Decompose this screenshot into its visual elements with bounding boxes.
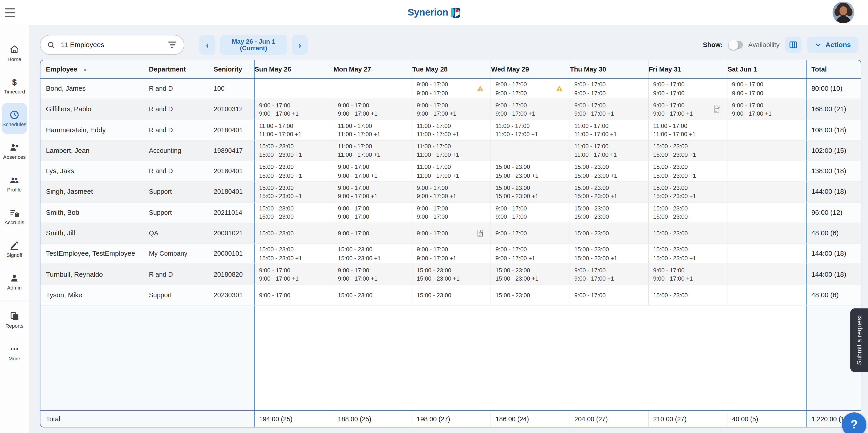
schedule-day-cell[interactable]: 9:00 - 17:009:00 - 17:00 +1	[569, 265, 648, 284]
schedule-day-cell[interactable]: 15:00 - 23:00	[491, 285, 569, 305]
schedule-day-cell[interactable]: 9:00 - 17:009:00 - 17:00	[333, 203, 412, 222]
schedule-day-cell[interactable]: 15:00 - 23:0015:00 - 23:00	[254, 203, 333, 222]
sidebar-item-home[interactable]: Home	[2, 38, 27, 69]
schedule-day-cell[interactable]: 11:00 - 17:0011:00 - 17:00 +1	[412, 120, 491, 140]
schedule-day-cell[interactable]: 9:00 - 17:009:00 - 17:00 +1	[254, 265, 333, 284]
note-icon[interactable]	[713, 105, 720, 113]
schedule-day-cell[interactable]: 15:00 - 23:0015:00 - 23:00	[569, 203, 648, 222]
schedule-day-cell[interactable]: 15:00 - 23:00	[648, 285, 727, 305]
schedule-day-cell[interactable]: 11:00 - 17:0011:00 - 17:00 +1	[333, 141, 412, 161]
sidebar-item-absences[interactable]: Absences	[2, 136, 27, 167]
schedule-day-cell[interactable]	[491, 141, 569, 161]
schedule-day-cell[interactable]: 9:00 - 17:009:00 - 17:00 +1	[412, 182, 491, 202]
column-header-employee[interactable]: Employee▲	[40, 60, 147, 78]
schedule-day-cell[interactable]: 9:00 - 17:009:00 - 17:00 +1	[333, 161, 412, 181]
sidebar-item-accruals[interactable]: Accruals	[2, 201, 27, 232]
schedule-day-cell[interactable]: 9:00 - 17:009:00 - 17:00 +1	[491, 244, 569, 264]
schedule-day-cell[interactable]: 9:00 - 17:009:00 - 17:00 +1	[412, 99, 491, 119]
schedule-day-cell[interactable]: 15:00 - 23:0015:00 - 23:00 +1	[648, 141, 727, 161]
sidebar-item-profile[interactable]: Profile	[2, 168, 27, 199]
schedule-day-cell[interactable]: 11:00 - 17:0011:00 - 17:00 +1	[648, 120, 727, 140]
schedule-day-cell[interactable]: 9:00 - 17:009:00 - 17:00 +1	[491, 99, 569, 119]
submit-request-tab[interactable]: Submit a request	[850, 308, 868, 372]
sidebar-item-schedules[interactable]: Schedules	[2, 103, 27, 134]
schedule-day-cell[interactable]: 9:00 - 17:00	[412, 223, 491, 243]
hamburger-menu-icon[interactable]	[5, 8, 16, 17]
column-header-department[interactable]: Department	[147, 60, 212, 78]
schedule-day-cell[interactable]	[727, 285, 806, 305]
schedule-day-cell[interactable]	[727, 182, 806, 202]
schedule-day-cell[interactable]: 11:00 - 17:0011:00 - 17:00 +1	[491, 120, 569, 140]
column-header-seniority[interactable]: Seniority	[212, 60, 254, 78]
schedule-day-cell[interactable]: 15:00 - 23:0015:00 - 23:00 +1	[569, 244, 648, 264]
date-range-button[interactable]: May 26 - Jun 1 (Current)	[220, 35, 287, 55]
schedule-day-cell[interactable]: 15:00 - 23:0015:00 - 23:00 +1	[648, 182, 727, 202]
sidebar-item-reports[interactable]: Reports	[2, 305, 27, 336]
schedule-day-cell[interactable]: 11:00 - 17:0011:00 - 17:00 +1	[254, 120, 333, 140]
schedule-day-cell[interactable]: 11:00 - 17:0011:00 - 17:00 +1	[569, 120, 648, 140]
schedule-day-cell[interactable]: 9:00 - 17:009:00 - 17:00	[491, 203, 569, 222]
schedule-day-cell[interactable]: 11:00 - 17:0011:00 - 17:00 +1	[412, 161, 491, 181]
schedule-day-cell[interactable]: 15:00 - 23:0015:00 - 23:00 +1	[569, 161, 648, 181]
availability-toggle[interactable]	[728, 41, 743, 49]
schedule-day-cell[interactable]: 9:00 - 17:009:00 - 17:00 +1	[648, 265, 727, 284]
sidebar-item-signoff[interactable]: Signoff	[2, 234, 27, 265]
note-icon[interactable]	[476, 229, 484, 237]
schedule-day-cell[interactable]: 9:00 - 17:00	[491, 223, 569, 243]
schedule-day-cell[interactable]: 15:00 - 23:0015:00 - 23:00 +1	[254, 161, 333, 181]
schedule-day-cell[interactable]: 9:00 - 17:009:00 - 17:00	[727, 79, 806, 99]
schedule-day-cell[interactable]: 15:00 - 23:0015:00 - 23:00 +1	[412, 265, 491, 284]
warning-icon[interactable]	[476, 85, 484, 92]
schedule-day-cell[interactable]	[727, 120, 806, 140]
schedule-day-cell[interactable]: 9:00 - 17:009:00 - 17:00 +1	[333, 99, 412, 119]
next-week-button[interactable]: ›	[292, 35, 308, 55]
schedule-day-cell[interactable]: 15:00 - 23:0015:00 - 23:00 +1	[491, 161, 569, 181]
schedule-day-cell[interactable]	[333, 79, 412, 99]
schedule-day-cell[interactable]	[727, 203, 806, 222]
schedule-day-cell[interactable]: 15:00 - 23:00	[254, 223, 333, 243]
schedule-day-cell[interactable]: 15:00 - 23:0015:00 - 23:00 +1	[254, 141, 333, 161]
column-settings-button[interactable]	[785, 36, 802, 53]
schedule-day-cell[interactable]	[254, 79, 333, 99]
schedule-day-cell[interactable]: 15:00 - 23:00	[569, 223, 648, 243]
schedule-day-cell[interactable]: 9:00 - 17:009:00 - 17:00 +1	[412, 244, 491, 264]
previous-week-button[interactable]: ‹	[199, 35, 215, 55]
user-avatar[interactable]	[833, 2, 854, 23]
schedule-day-cell[interactable]	[727, 223, 806, 243]
schedule-day-cell[interactable]: 9:00 - 17:009:00 - 17:00	[648, 79, 727, 99]
schedule-day-cell[interactable]: 9:00 - 17:009:00 - 17:00 +1	[333, 182, 412, 202]
schedule-day-cell[interactable]: 9:00 - 17:00	[569, 285, 648, 305]
schedule-day-cell[interactable]: 11:00 - 17:0011:00 - 17:00 +1	[412, 141, 491, 161]
schedule-day-cell[interactable]: 9:00 - 17:00	[254, 285, 333, 305]
schedule-day-cell[interactable]: 15:00 - 23:0015:00 - 23:00 +1	[333, 244, 412, 264]
schedule-day-cell[interactable]	[727, 161, 806, 181]
sidebar-item-admin[interactable]: Admin	[2, 266, 27, 297]
schedule-day-cell[interactable]: 9:00 - 17:009:00 - 17:00 +1	[569, 99, 648, 119]
schedule-day-cell[interactable]	[727, 265, 806, 284]
schedule-day-cell[interactable]	[727, 244, 806, 264]
schedule-day-cell[interactable]: 15:00 - 23:00	[333, 285, 412, 305]
schedule-day-cell[interactable]: 11:00 - 17:0011:00 - 17:00 +1	[333, 120, 412, 140]
schedule-day-cell[interactable]: 11:00 - 17:0011:00 - 17:00 +1	[569, 141, 648, 161]
schedule-day-cell[interactable]	[727, 141, 806, 161]
schedule-day-cell[interactable]: 15:00 - 23:0015:00 - 23:00 +1	[569, 182, 648, 202]
sidebar-item-timecard[interactable]: $Timecard	[2, 70, 27, 101]
sidebar-item-more[interactable]: More	[2, 337, 27, 368]
search-input[interactable]	[60, 40, 167, 49]
schedule-day-cell[interactable]: 9:00 - 17:009:00 - 17:00	[569, 79, 648, 99]
schedule-day-cell[interactable]: 9:00 - 17:009:00 - 17:00	[412, 203, 491, 222]
help-button[interactable]: ?	[842, 412, 866, 433]
schedule-day-cell[interactable]: 15:00 - 23:0015:00 - 23:00 +1	[648, 161, 727, 181]
schedule-day-cell[interactable]: 15:00 - 23:0015:00 - 23:00	[648, 203, 727, 222]
schedule-day-cell[interactable]: 15:00 - 23:0015:00 - 23:00 +1	[491, 265, 569, 284]
warning-icon[interactable]	[555, 85, 562, 92]
actions-button[interactable]: Actions	[807, 36, 859, 53]
schedule-day-cell[interactable]: 9:00 - 17:009:00 - 17:00 +1	[648, 99, 727, 119]
filter-icon[interactable]	[167, 40, 177, 49]
schedule-day-cell[interactable]: 9:00 - 17:009:00 - 17:00	[491, 79, 569, 99]
schedule-day-cell[interactable]: 15:00 - 23:0015:00 - 23:00 +1	[254, 182, 333, 202]
schedule-day-cell[interactable]: 9:00 - 17:009:00 - 17:00	[412, 79, 491, 99]
schedule-day-cell[interactable]: 15:00 - 23:0015:00 - 23:00 +1	[254, 244, 333, 264]
schedule-day-cell[interactable]: 15:00 - 23:00	[412, 285, 491, 305]
schedule-day-cell[interactable]: 15:00 - 23:00	[648, 223, 727, 243]
